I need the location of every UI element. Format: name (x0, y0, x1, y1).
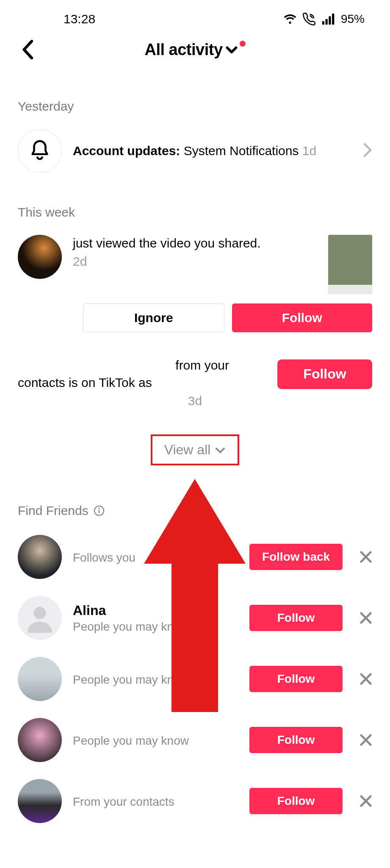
ignore-button[interactable]: Ignore (83, 303, 224, 332)
friend-subtitle: Follows you (73, 551, 238, 565)
svg-point-7 (33, 607, 46, 619)
page-title: All activity (144, 41, 222, 59)
app-header: All activity (0, 34, 390, 72)
account-updates-row[interactable]: Account updates: System Notifications 1d (0, 121, 390, 181)
friend-subtitle: People you may know (73, 620, 238, 634)
follow-button[interactable]: Follow (232, 303, 373, 332)
avatar[interactable] (18, 779, 62, 823)
svg-rect-2 (329, 17, 331, 25)
friend-subtitle: People you may know (73, 673, 238, 687)
contact-text: from your contacts is on TikTok as (18, 357, 266, 391)
wifi-icon (283, 14, 297, 25)
avatar[interactable] (18, 657, 62, 701)
svg-rect-1 (325, 19, 327, 25)
avatar[interactable] (18, 596, 62, 640)
avatar[interactable] (18, 718, 62, 762)
back-button[interactable] (17, 39, 38, 60)
section-find-friends: Find Friends (0, 481, 390, 526)
follow-button[interactable]: Follow (277, 359, 372, 389)
close-icon (359, 794, 373, 808)
follow-button[interactable]: Follow (249, 605, 343, 631)
person-icon (25, 603, 55, 633)
info-icon[interactable] (94, 505, 105, 516)
bell-icon (30, 139, 50, 162)
friend-subtitle: People you may know (73, 734, 238, 748)
chevron-down-icon (215, 445, 226, 456)
friend-row[interactable]: Follows you Follow back (0, 526, 390, 587)
chevron-right-icon (363, 143, 372, 159)
view-all-button[interactable]: View all (151, 434, 240, 465)
status-indicators: 95% (283, 12, 365, 26)
status-time: 13:28 (64, 12, 95, 26)
activity-viewed-row[interactable]: just viewed the video you shared. 2d (0, 227, 390, 294)
friend-name: Alina (73, 603, 238, 618)
dismiss-button[interactable] (354, 728, 378, 752)
friend-row[interactable]: Alina People you may know Follow (0, 587, 390, 648)
avatar[interactable] (18, 235, 62, 279)
close-icon (359, 672, 373, 686)
contact-time: 3d (0, 391, 390, 408)
svg-rect-3 (332, 14, 334, 25)
close-icon (359, 733, 373, 747)
follow-button[interactable]: Follow (249, 727, 343, 753)
wifi-calling-icon (303, 13, 315, 25)
status-bar: 13:28 95% (0, 0, 390, 34)
close-icon (359, 550, 373, 564)
dismiss-button[interactable] (354, 545, 378, 569)
dismiss-button[interactable] (354, 667, 378, 691)
friend-subtitle: From your contacts (73, 795, 238, 809)
friend-row[interactable]: People you may know Follow (0, 709, 390, 771)
activity-buttons: Ignore Follow (0, 294, 390, 340)
dismiss-button[interactable] (354, 789, 378, 813)
view-all-label: View all (164, 442, 211, 458)
activity-filter-dropdown[interactable]: All activity (144, 41, 245, 59)
account-updates-text: Account updates: System Notifications 1d (73, 142, 352, 159)
activity-text: just viewed the video you shared. 2d (73, 235, 317, 270)
svg-rect-0 (322, 21, 324, 25)
notification-dot (240, 41, 246, 47)
friend-row[interactable]: From your contacts Follow (0, 771, 390, 832)
video-thumbnail[interactable] (328, 235, 372, 294)
chevron-down-icon (225, 43, 238, 56)
svg-point-5 (98, 508, 100, 509)
svg-rect-6 (98, 510, 100, 513)
dismiss-button[interactable] (354, 606, 378, 630)
friend-row[interactable]: People you may know Follow (0, 648, 390, 709)
follow-back-button[interactable]: Follow back (249, 544, 343, 570)
follow-button[interactable]: Follow (249, 788, 343, 814)
section-yesterday: Yesterday (0, 72, 390, 121)
activity-contact-row[interactable]: from your contacts is on TikTok as Follo… (0, 340, 390, 391)
close-icon (359, 611, 373, 625)
back-icon (21, 40, 34, 59)
avatar[interactable] (18, 535, 62, 579)
bell-avatar (18, 129, 62, 173)
section-this-week: This week (0, 181, 390, 227)
battery-percent: 95% (341, 12, 365, 26)
follow-button[interactable]: Follow (249, 666, 343, 692)
signal-icon (321, 14, 335, 25)
